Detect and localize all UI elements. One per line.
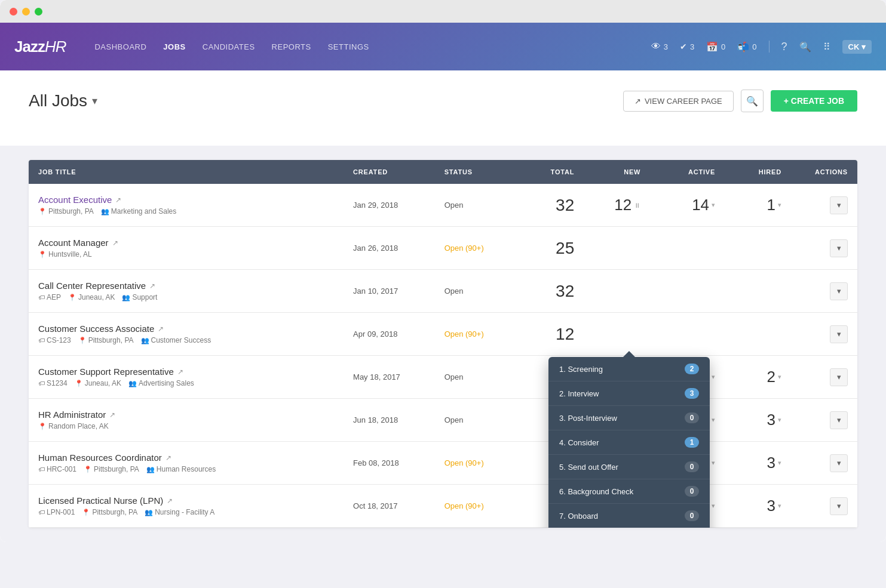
job-active[interactable] bbox=[650, 313, 725, 356]
job-created: Jun 18, 2018 bbox=[344, 399, 435, 442]
maximize-button[interactable] bbox=[35, 8, 42, 16]
close-button[interactable] bbox=[10, 8, 17, 16]
job-actions-button[interactable]: ▾ bbox=[830, 325, 848, 343]
page-title: All Jobs ▾ bbox=[29, 91, 97, 110]
job-actions-button[interactable]: ▾ bbox=[830, 454, 848, 472]
minimize-button[interactable] bbox=[22, 8, 30, 16]
table-row: Customer Support Representative↗🏷 S1234📍… bbox=[29, 356, 857, 399]
job-tag: 🏷 LPN-001 bbox=[38, 508, 75, 516]
chevron-down-icon[interactable]: ▾ bbox=[712, 459, 715, 467]
chevron-down-icon-hired[interactable]: ▾ bbox=[778, 201, 781, 209]
table-search-button[interactable]: 🔍 bbox=[741, 90, 764, 112]
job-status: Open (90+) bbox=[435, 313, 518, 356]
external-link-icon[interactable]: ↗ bbox=[112, 239, 118, 247]
dropdown-stage-item[interactable]: 2. Interview3 bbox=[548, 381, 710, 406]
job-location: 📍 Pittsburgh, PA bbox=[82, 508, 137, 516]
job-actions-button[interactable]: ▾ bbox=[830, 497, 848, 515]
external-link-icon[interactable]: ↗ bbox=[115, 196, 121, 204]
nav-dashboard[interactable]: DASHBOARD bbox=[94, 42, 146, 51]
dropdown-stage-item[interactable]: 4. Consider1 bbox=[548, 430, 710, 455]
job-new: 12⏸ bbox=[584, 184, 650, 227]
job-title-cell: HR Administrator↗📍 Random Place, AK bbox=[29, 399, 344, 442]
tag-icon: 🏷 bbox=[38, 337, 45, 344]
dropdown-stage-label: 5. Send out Offer bbox=[559, 463, 618, 472]
page-header-area: All Jobs ▾ ↗ VIEW CAREER PAGE 🔍 + CREATE… bbox=[0, 70, 886, 146]
job-created: Jan 10, 2017 bbox=[344, 270, 435, 313]
help-icon[interactable]: ? bbox=[781, 41, 787, 53]
chevron-down-icon[interactable]: ▾ bbox=[712, 373, 715, 381]
external-link-icon[interactable]: ↗ bbox=[177, 368, 183, 376]
job-hired: 3▾ bbox=[725, 442, 791, 485]
chevron-down-icon[interactable]: ▾ bbox=[712, 201, 715, 209]
nav-settings[interactable]: SETTINGS bbox=[328, 42, 369, 51]
calendar-count[interactable]: 📅 0 bbox=[706, 41, 725, 53]
job-new bbox=[584, 313, 650, 356]
job-created: Feb 08, 2018 bbox=[344, 442, 435, 485]
job-meta: 📍 Huntsville, AL bbox=[38, 250, 334, 258]
location-icon: 📍 bbox=[38, 208, 47, 216]
check-count[interactable]: ✔ 3 bbox=[680, 42, 694, 51]
external-link-icon[interactable]: ↗ bbox=[167, 497, 173, 505]
job-created: May 18, 2017 bbox=[344, 356, 435, 399]
chevron-down-icon-hired[interactable]: ▾ bbox=[778, 373, 781, 381]
chevron-down-icon-hired[interactable]: ▾ bbox=[778, 502, 781, 510]
job-actions-button[interactable]: ▾ bbox=[830, 282, 848, 300]
job-title-cell: Account Manager↗📍 Huntsville, AL bbox=[29, 227, 344, 270]
job-title-text: Account Manager bbox=[38, 238, 109, 248]
pause-icon: ⏸ bbox=[634, 202, 640, 209]
chevron-down-icon-hired[interactable]: ▾ bbox=[778, 459, 781, 467]
job-title-text: HR Administrator bbox=[38, 410, 106, 420]
dropdown-stage-item[interactable]: 3. Post-Interview0 bbox=[548, 406, 710, 430]
job-active[interactable] bbox=[650, 227, 725, 270]
dropdown-stage-item[interactable]: 1. Screening2 bbox=[548, 357, 710, 381]
chevron-down-icon[interactable]: ▾ bbox=[712, 416, 715, 424]
table-row: Account Manager↗📍 Huntsville, ALJan 26, … bbox=[29, 227, 857, 270]
inbox-count-value: 0 bbox=[752, 42, 756, 51]
calendar-count-value: 0 bbox=[721, 42, 725, 51]
external-link-icon[interactable]: ↗ bbox=[165, 454, 171, 462]
job-tag: 🏷 S1234 bbox=[38, 379, 68, 387]
tag-icon: 🏷 bbox=[38, 294, 45, 301]
nav-jobs[interactable]: JOBS bbox=[163, 42, 185, 51]
grid-icon[interactable]: ⠿ bbox=[823, 41, 830, 53]
job-meta: 🏷 S1234📍 Juneau, AK👥 Advertising Sales bbox=[38, 379, 334, 387]
search-icon[interactable]: 🔍 bbox=[799, 41, 811, 53]
job-status: Open bbox=[435, 399, 518, 442]
job-location: 📍 Pittsburgh, PA bbox=[38, 207, 94, 216]
external-link-icon[interactable]: ↗ bbox=[109, 411, 115, 419]
job-department: 👥 Advertising Sales bbox=[128, 379, 194, 387]
view-career-button[interactable]: ↗ VIEW CAREER PAGE bbox=[623, 91, 734, 112]
dropdown-stage-item[interactable]: 6. Background Check0 bbox=[548, 479, 710, 504]
nav-right: 👁 3 ✔ 3 📅 0 📬 0 ? 🔍 ⠿ bbox=[651, 40, 872, 54]
dropdown-stage-count: 0 bbox=[685, 412, 699, 423]
dropdown-stage-label: 6. Background Check bbox=[559, 487, 633, 496]
chevron-down-icon-hired[interactable]: ▾ bbox=[778, 416, 781, 424]
inbox-count[interactable]: 📬 0 bbox=[737, 41, 756, 53]
job-active[interactable] bbox=[650, 270, 725, 313]
job-department: 👥 Support bbox=[122, 293, 157, 301]
job-actions-button[interactable]: ▾ bbox=[830, 411, 848, 429]
job-actions-button[interactable]: ▾ bbox=[830, 368, 848, 386]
user-menu[interactable]: CK ▾ bbox=[842, 40, 872, 54]
nav-candidates[interactable]: CANDIDATES bbox=[203, 42, 255, 51]
new-count: 12 bbox=[614, 196, 631, 214]
external-link-icon[interactable]: ↗ bbox=[149, 282, 155, 290]
job-actions-button[interactable]: ▾ bbox=[830, 196, 848, 214]
dropdown-stage-item[interactable]: 7. Onboard0 bbox=[548, 504, 710, 528]
hired-count: 3 bbox=[767, 497, 775, 515]
page-title-dropdown-icon[interactable]: ▾ bbox=[92, 94, 97, 107]
external-link-icon[interactable]: ↗ bbox=[158, 325, 164, 333]
eye-count[interactable]: 👁 3 bbox=[651, 41, 668, 52]
create-job-button[interactable]: + CREATE JOB bbox=[771, 90, 857, 112]
job-actions: ▾ bbox=[791, 184, 857, 227]
job-created: Oct 18, 2017 bbox=[344, 485, 435, 528]
job-actions-button[interactable]: ▾ bbox=[830, 239, 848, 257]
job-title-cell: Account Executive↗📍 Pittsburgh, PA👥 Mark… bbox=[29, 184, 344, 227]
job-actions: ▾ bbox=[791, 313, 857, 356]
job-active[interactable]: 14▾ bbox=[650, 184, 725, 227]
job-title-link[interactable]: Account Executive bbox=[38, 195, 112, 205]
chevron-down-icon[interactable]: ▾ bbox=[712, 502, 715, 510]
job-title-text: Licensed Practical Nurse (LPN) bbox=[38, 495, 163, 506]
nav-reports[interactable]: REPORTS bbox=[272, 42, 311, 51]
dropdown-stage-item[interactable]: 5. Send out Offer0 bbox=[548, 455, 710, 479]
